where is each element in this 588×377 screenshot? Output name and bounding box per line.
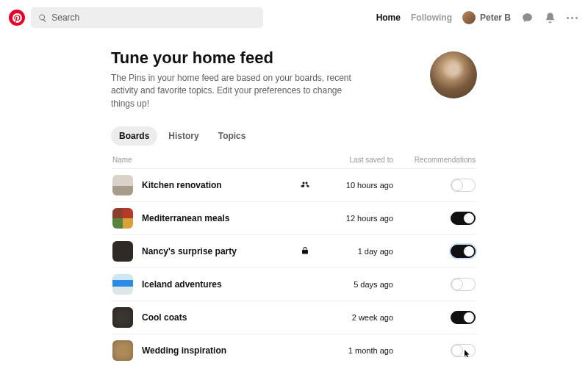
user-menu[interactable]: Peter B xyxy=(462,11,511,24)
cursor-icon xyxy=(463,349,472,358)
page-description: The Pins in your home feed are based on … xyxy=(111,72,361,110)
board-thumbnail[interactable] xyxy=(112,175,133,195)
table-row: Wedding inspiration1 month ago xyxy=(111,334,477,367)
recommendations-cell xyxy=(399,311,476,324)
board-meta xyxy=(292,245,318,258)
table-row: Iceland adventures5 days ago xyxy=(111,268,477,301)
table-header: Name Last saved to Recommendations xyxy=(111,156,477,168)
last-saved: 1 day ago xyxy=(318,247,399,256)
shared-icon xyxy=(301,180,309,189)
table-row: Cool coats2 week ago xyxy=(111,301,477,334)
last-saved: 2 week ago xyxy=(318,313,399,322)
boards-list: Kitchen renovation10 hours agoMediterran… xyxy=(111,168,477,367)
tab-boards[interactable]: Boards xyxy=(111,126,157,146)
recommendations-toggle[interactable] xyxy=(451,344,476,357)
hero: Tune your home feed The Pins in your hom… xyxy=(111,49,477,110)
pinterest-logo[interactable] xyxy=(9,10,25,26)
board-thumbnail[interactable] xyxy=(112,241,133,262)
page-title: Tune your home feed xyxy=(111,49,414,68)
recommendations-toggle[interactable] xyxy=(451,311,476,324)
last-saved: 12 hours ago xyxy=(318,214,399,223)
user-name: Peter B xyxy=(480,12,511,23)
pinterest-icon xyxy=(12,13,22,23)
last-saved: 5 days ago xyxy=(318,280,399,289)
top-nav: Home Following Peter B xyxy=(376,11,578,24)
board-thumbnail[interactable] xyxy=(112,307,133,328)
last-saved: 10 hours ago xyxy=(318,181,399,190)
board-meta xyxy=(292,179,318,192)
tab-topics[interactable]: Topics xyxy=(210,126,254,146)
board-thumbnail[interactable] xyxy=(112,208,133,229)
search-input[interactable] xyxy=(51,12,256,23)
col-recommendations: Recommendations xyxy=(399,156,476,164)
messages-icon[interactable] xyxy=(521,12,534,24)
recommendations-cell xyxy=(399,245,476,258)
search-icon xyxy=(38,13,47,23)
recommendations-cell xyxy=(399,344,476,357)
board-name[interactable]: Kitchen renovation xyxy=(142,180,292,190)
table-row: Nancy's surprise party1 day ago xyxy=(111,234,477,268)
recommendations-cell xyxy=(399,212,476,225)
main-content: Tune your home feed The Pins in your hom… xyxy=(107,49,481,367)
top-header: Home Following Peter B xyxy=(0,0,588,35)
board-name[interactable]: Wedding inspiration xyxy=(142,345,292,356)
recommendations-toggle[interactable] xyxy=(451,278,476,291)
profile-avatar[interactable] xyxy=(430,51,477,98)
table-row: Mediterranean meals12 hours ago xyxy=(111,201,477,234)
more-menu[interactable] xyxy=(567,17,578,19)
nav-home[interactable]: Home xyxy=(376,12,401,23)
recommendations-cell xyxy=(399,278,476,291)
table-row: Kitchen renovation10 hours ago xyxy=(111,168,477,201)
notifications-icon[interactable] xyxy=(544,12,556,24)
board-thumbnail[interactable] xyxy=(112,340,133,361)
board-name[interactable]: Iceland adventures xyxy=(142,279,292,290)
avatar xyxy=(462,11,476,24)
tab-history[interactable]: History xyxy=(160,126,207,146)
board-name[interactable]: Nancy's surprise party xyxy=(142,246,292,256)
board-name[interactable]: Cool coats xyxy=(142,312,292,323)
recommendations-toggle[interactable] xyxy=(451,179,476,192)
nav-following[interactable]: Following xyxy=(411,12,452,23)
lock-icon xyxy=(301,246,309,255)
search-bar[interactable] xyxy=(31,7,263,28)
recommendations-cell xyxy=(399,179,476,192)
recommendations-toggle[interactable] xyxy=(451,212,476,225)
last-saved: 1 month ago xyxy=(318,346,399,355)
tabs: BoardsHistoryTopics xyxy=(111,126,477,146)
board-thumbnail[interactable] xyxy=(112,274,133,295)
col-name: Name xyxy=(112,156,292,164)
board-name[interactable]: Mediterranean meals xyxy=(142,213,292,223)
recommendations-toggle[interactable] xyxy=(451,245,476,258)
col-last-saved: Last saved to xyxy=(318,156,399,164)
